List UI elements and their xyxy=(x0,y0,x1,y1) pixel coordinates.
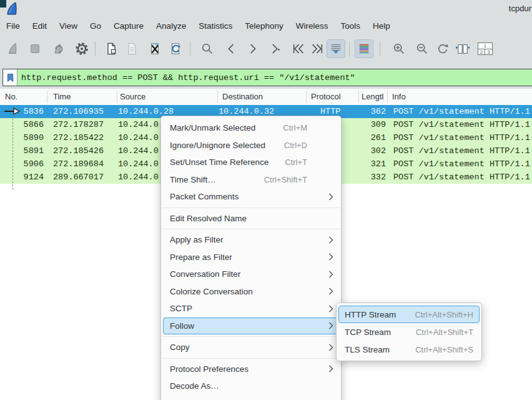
menu-item-apply-as-filter[interactable]: Apply as Filter xyxy=(163,231,339,249)
restart-capture-icon[interactable] xyxy=(49,39,67,58)
menu-go[interactable]: Go xyxy=(84,21,107,31)
menu-statistics[interactable]: Statistics xyxy=(192,21,239,31)
close-file-icon[interactable] xyxy=(145,39,164,58)
menu-item-ignore-unignore[interactable]: Ignore/Unignore Selected Ctrl+D xyxy=(163,137,339,154)
chevron-right-icon xyxy=(325,344,333,351)
menu-item-conversation-filter[interactable]: Conversation Filter xyxy=(163,266,339,283)
cell-info: POST /v1/statement HTTP/1.1 xyxy=(393,171,530,184)
start-capture-icon[interactable] xyxy=(4,39,22,58)
menu-item-follow[interactable]: Follow xyxy=(163,318,339,335)
colorize-icon[interactable] xyxy=(355,39,373,58)
first-packet-icon[interactable] xyxy=(289,39,308,58)
chevron-right-icon xyxy=(325,193,333,201)
column-header-length[interactable]: Lengtl xyxy=(362,92,383,101)
menu-separator xyxy=(162,336,340,337)
menu-capture[interactable]: Capture xyxy=(107,21,150,31)
shortcut: Ctrl+Alt+Shift+T xyxy=(416,328,473,337)
main-toolbar: 1 2 3 xyxy=(0,34,532,64)
stop-capture-icon[interactable] xyxy=(26,39,44,58)
menu-separator xyxy=(162,358,340,359)
column-header-destination[interactable]: Destination xyxy=(222,92,263,101)
column-header-info[interactable]: Info xyxy=(392,92,406,101)
chevron-right-icon xyxy=(325,288,333,295)
menu-telephony[interactable]: Telephony xyxy=(239,21,290,31)
cell-length: 309 xyxy=(357,118,386,131)
column-divider[interactable] xyxy=(47,91,47,103)
submenu-item-http-stream[interactable]: HTTP Stream Ctrl+Alt+Shift+H xyxy=(338,306,480,323)
zoom-reset-icon[interactable] xyxy=(433,39,452,58)
save-file-icon[interactable] xyxy=(122,39,141,58)
previous-packet-icon[interactable] xyxy=(222,39,241,58)
next-packet-icon[interactable] xyxy=(243,39,262,58)
cell-source: 10.244.0. xyxy=(118,144,164,158)
wireshark-logo-icon xyxy=(5,1,20,16)
column-divider[interactable] xyxy=(306,91,307,103)
menu-item-colorize-conversation[interactable]: Colorize Conversation xyxy=(163,283,339,301)
auto-scroll-icon[interactable] xyxy=(327,39,345,58)
column-header-source[interactable]: Source xyxy=(120,92,145,101)
layout-icon[interactable]: 1 2 3 xyxy=(476,39,495,58)
filter-bookmark-icon[interactable] xyxy=(3,69,17,86)
menu-item-sctp[interactable]: SCTP xyxy=(163,300,339,318)
cell-source: 10.244.0. xyxy=(118,131,164,144)
last-packet-icon[interactable] xyxy=(308,39,327,58)
cell-time: 289.667017 xyxy=(53,171,104,184)
display-filter-input[interactable] xyxy=(17,69,532,86)
cell-time: 272.185426 xyxy=(53,144,104,158)
toolbar-separator xyxy=(349,41,350,56)
toolbar-separator xyxy=(190,41,190,56)
cell-no: 5866 xyxy=(0,118,44,131)
menu-item-time-shift[interactable]: Time Shift… Ctrl+Shift+T xyxy=(163,171,339,189)
chevron-right-icon xyxy=(325,365,333,372)
menu-item-prepare-as-filter[interactable]: Prepare as Filter xyxy=(163,249,339,266)
zoom-out-icon[interactable] xyxy=(413,39,431,58)
column-header-no[interactable]: No. xyxy=(5,92,17,101)
shortcut: Ctrl+M xyxy=(283,123,307,132)
column-header-protocol[interactable]: Protocol xyxy=(311,92,341,101)
menu-edit[interactable]: Edit xyxy=(26,21,53,31)
chevron-right-icon xyxy=(325,271,333,278)
cell-length: 302 xyxy=(357,144,386,158)
find-packet-icon[interactable] xyxy=(198,39,217,58)
go-to-packet-icon[interactable] xyxy=(266,39,285,58)
menu-item-show-packet-new-window[interactable]: Show Packet in New Window xyxy=(163,395,339,400)
menu-separator xyxy=(162,208,340,208)
cell-time: 272.178287 xyxy=(53,118,104,131)
column-divider[interactable] xyxy=(117,91,117,103)
menu-view[interactable]: View xyxy=(53,21,84,31)
layout-pane-2: 2 xyxy=(478,49,485,55)
resize-columns-icon[interactable] xyxy=(453,39,472,58)
menu-separator xyxy=(162,229,340,229)
toolbar-separator xyxy=(95,41,96,56)
column-header-time[interactable]: Time xyxy=(53,92,71,101)
menu-item-protocol-preferences[interactable]: Protocol Preferences xyxy=(163,361,339,378)
menu-analyze[interactable]: Analyze xyxy=(150,21,192,31)
reload-file-icon[interactable] xyxy=(166,39,185,58)
column-divider[interactable] xyxy=(217,91,218,103)
column-divider[interactable] xyxy=(387,91,388,103)
cell-no: 9124 xyxy=(0,171,44,184)
menu-item-packet-comments[interactable]: Packet Comments xyxy=(163,188,339,206)
menu-item-decode-as[interactable]: Decode As… xyxy=(163,378,339,395)
column-divider[interactable] xyxy=(358,91,359,103)
cell-time: 272.185422 xyxy=(53,131,104,144)
cell-info: POST /v1/statement HTTP/1.1 xyxy=(393,131,530,144)
cell-length: 332 xyxy=(357,171,386,184)
menu-item-mark-unmark[interactable]: Mark/Unmark Selected Ctrl+M xyxy=(163,119,339,137)
toolbar-separator xyxy=(380,41,380,56)
submenu-item-tcp-stream[interactable]: TCP Stream Ctrl+Alt+Shift+T xyxy=(338,323,480,341)
submenu-item-tls-stream[interactable]: TLS Stream Ctrl+Alt+Shift+S xyxy=(338,341,480,358)
menu-file[interactable]: File xyxy=(0,21,26,31)
menu-item-edit-resolved-name[interactable]: Edit Resolved Name xyxy=(163,210,339,228)
cell-info: POST /v1/statement HTTP/1.1 xyxy=(393,105,530,118)
menu-tools[interactable]: Tools xyxy=(334,21,367,31)
menu-item-time-reference[interactable]: Set/Unset Time Reference Ctrl+T xyxy=(163,154,339,171)
open-file-icon[interactable] xyxy=(102,39,121,58)
shortcut: Ctrl+T xyxy=(285,158,307,167)
zoom-in-icon[interactable] xyxy=(390,39,408,58)
capture-options-icon[interactable] xyxy=(72,39,91,58)
menu-wireless[interactable]: Wireless xyxy=(290,21,335,31)
menu-item-copy[interactable]: Copy xyxy=(163,339,339,356)
cell-time: 272.189684 xyxy=(53,158,104,171)
menu-help[interactable]: Help xyxy=(367,21,397,31)
